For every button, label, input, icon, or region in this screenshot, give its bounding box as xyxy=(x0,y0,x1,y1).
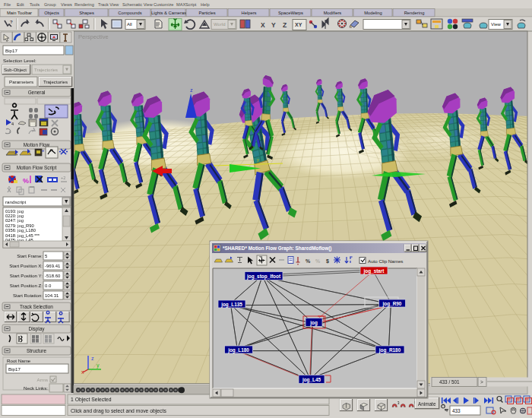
svg-text:Parameters: Parameters xyxy=(9,79,33,84)
svg-text:Main Toolbar: Main Toolbar xyxy=(7,11,32,15)
svg-text:Animate: Animate xyxy=(418,401,436,407)
svg-text:0418: jog_L45 ***: 0418: jog_L45 *** xyxy=(5,233,40,238)
svg-text:%: % xyxy=(23,177,29,185)
svg-text:randscript: randscript xyxy=(5,199,26,204)
svg-text:-518.60: -518.60 xyxy=(45,274,61,278)
svg-text:Display: Display xyxy=(29,326,46,332)
svg-text:%: % xyxy=(306,258,311,264)
svg-text:MAXScript: MAXScript xyxy=(176,2,197,7)
svg-text:General: General xyxy=(28,90,46,95)
svg-text:Trajectories: Trajectories xyxy=(43,79,68,84)
svg-text:Bip17: Bip17 xyxy=(8,366,21,372)
svg-text:$: $ xyxy=(326,258,329,264)
svg-text:-969.41: -969.41 xyxy=(45,264,61,268)
svg-text:Selection Level:: Selection Level: xyxy=(3,58,36,63)
svg-text:%: % xyxy=(315,258,321,264)
svg-text:Motion Flow Script: Motion Flow Script xyxy=(17,165,57,171)
svg-text:Structure: Structure xyxy=(27,348,46,353)
svg-text:Perspective: Perspective xyxy=(78,33,109,40)
svg-text:Start Position Z:: Start Position Z: xyxy=(10,283,43,288)
svg-text:Track View: Track View xyxy=(98,2,119,7)
svg-text:0279: jog_R90: 0279: jog_R90 xyxy=(5,223,34,228)
svg-text:Compounds: Compounds xyxy=(118,11,141,15)
svg-text:0.0: 0.0 xyxy=(45,283,52,288)
svg-text:Z: Z xyxy=(283,21,287,29)
svg-text:x: x xyxy=(81,369,84,375)
svg-text:*SHARED* Motion Flow Graph: Sh: *SHARED* Motion Flow Graph: SharedMoflow… xyxy=(223,245,331,252)
svg-text:Arms: Arms xyxy=(37,377,48,382)
svg-text:Shapes: Shapes xyxy=(79,11,94,15)
svg-text:y: y xyxy=(97,363,100,369)
svg-text:+: + xyxy=(42,148,45,153)
svg-text:y: y xyxy=(257,157,259,162)
svg-text:All: All xyxy=(127,22,132,27)
svg-text:Views: Views xyxy=(61,2,72,7)
svg-text:Start Rotation:: Start Rotation: xyxy=(13,293,43,298)
svg-text:Click and drag to select and m: Click and drag to select and move object… xyxy=(71,408,166,414)
svg-text:Modeling: Modeling xyxy=(364,11,382,15)
svg-text:Lights & Cameras: Lights & Cameras xyxy=(151,11,186,15)
svg-text:Edit: Edit xyxy=(17,2,24,7)
svg-text:0356: jog_L180: 0356: jog_L180 xyxy=(5,228,36,233)
svg-text:4: 4 xyxy=(11,122,14,126)
svg-text:X: X xyxy=(261,21,265,29)
svg-text:jog_L180: jog_L180 xyxy=(227,347,249,353)
svg-text:Start Position Y:: Start Position Y: xyxy=(10,273,43,278)
svg-text:Start Position X:: Start Position X: xyxy=(9,263,43,268)
svg-text:SpaceWarps: SpaceWarps xyxy=(278,11,303,15)
svg-text:Help: Help xyxy=(201,2,210,7)
svg-text:433: 433 xyxy=(452,408,461,413)
svg-text:Neck Links:: Neck Links: xyxy=(24,385,48,391)
svg-text:jog_L45: jog_L45 xyxy=(302,377,321,383)
svg-text:Group: Group xyxy=(44,2,56,7)
svg-text:View: View xyxy=(491,22,502,27)
svg-text:104.31: 104.31 xyxy=(45,293,59,298)
svg-text:433 / 501: 433 / 501 xyxy=(439,379,460,385)
svg-text:?: ? xyxy=(10,20,13,24)
svg-text:jog_stop_lfoot: jog_stop_lfoot xyxy=(246,274,281,280)
svg-text:World: World xyxy=(214,22,226,27)
svg-text:+2: +2 xyxy=(61,176,65,180)
svg-text:Customize: Customize xyxy=(154,2,173,7)
svg-text:Trajectories: Trajectories xyxy=(34,68,58,72)
svg-text:jog_start: jog_start xyxy=(363,268,385,274)
svg-text:Root Name: Root Name xyxy=(7,358,31,363)
svg-text:Objects: Objects xyxy=(44,11,59,15)
svg-text:jog: jog xyxy=(309,320,318,326)
svg-text:0220: jog: 0220: jog xyxy=(5,214,24,218)
svg-text:Particles: Particles xyxy=(198,11,215,15)
svg-text:jog_R180: jog_R180 xyxy=(378,347,401,353)
svg-text:Auto Clip Names: Auto Clip Names xyxy=(368,258,403,264)
svg-text:Helpers: Helpers xyxy=(242,11,257,15)
svg-text:Bip17: Bip17 xyxy=(5,48,17,53)
svg-text:Track Selection: Track Selection xyxy=(20,304,53,309)
svg-text:File: File xyxy=(4,2,11,7)
svg-text:jog_L135: jog_L135 xyxy=(220,302,242,308)
svg-text:Rendering: Rendering xyxy=(74,2,94,7)
svg-text:1 Object Selected: 1 Object Selected xyxy=(71,397,112,403)
svg-text:XY: XY xyxy=(295,22,302,27)
svg-text:Tools: Tools xyxy=(30,2,40,7)
svg-text:0247: jog: 0247: jog xyxy=(5,218,24,223)
svg-text:Start Frame:: Start Frame: xyxy=(17,253,43,258)
svg-text:0193: jog: 0193: jog xyxy=(5,209,24,214)
svg-text:Y: Y xyxy=(271,21,276,29)
svg-text:z: z xyxy=(91,356,94,361)
svg-text:Sub-Object: Sub-Object xyxy=(4,68,27,72)
svg-text:Schematic View: Schematic View xyxy=(122,2,154,7)
svg-text:jog_R90: jog_R90 xyxy=(382,301,402,307)
svg-text:z: z xyxy=(190,87,193,93)
svg-text:Modifiers: Modifiers xyxy=(324,11,342,15)
svg-text:>: > xyxy=(480,379,483,385)
svg-text:Rendering: Rendering xyxy=(404,11,425,15)
